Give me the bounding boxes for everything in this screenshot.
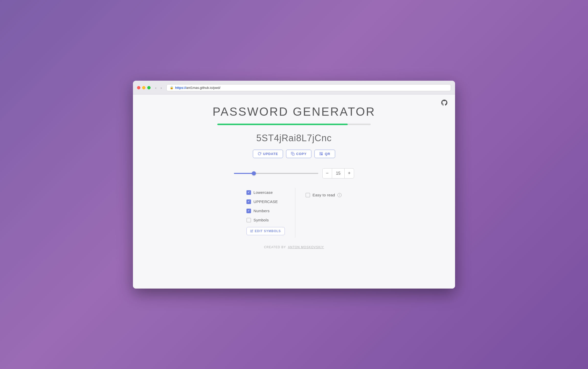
forward-button[interactable]: › — [159, 85, 163, 90]
uppercase-checkbox[interactable] — [246, 199, 251, 204]
github-icon[interactable] — [441, 100, 447, 107]
qr-icon — [319, 152, 323, 156]
update-icon — [258, 152, 261, 156]
numbers-option[interactable]: Numbers — [246, 209, 285, 213]
numbers-label: Numbers — [254, 209, 270, 213]
easy-to-read-option[interactable]: Easy to read i — [306, 190, 342, 197]
browser-chrome: ‹ › 🔒 https://ant1mas.github.io/pwd/ — [133, 81, 455, 94]
traffic-lights — [137, 86, 151, 89]
info-icon[interactable]: i — [337, 193, 342, 197]
strength-bar-container — [138, 124, 450, 125]
options-section: Lowercase UPPERCASE Numbers Symbols — [138, 188, 450, 238]
page-title: PASSWORD GENERATOR — [138, 105, 450, 118]
svg-rect-1 — [320, 152, 321, 153]
svg-rect-4 — [322, 154, 322, 154]
options-left: Lowercase UPPERCASE Numbers Symbols — [241, 188, 295, 238]
back-button[interactable]: ‹ — [154, 85, 158, 90]
svg-rect-0 — [292, 153, 294, 155]
qr-button[interactable]: QR — [314, 150, 335, 158]
numbers-checkbox[interactable] — [246, 209, 251, 213]
options-right: Easy to read i — [295, 188, 347, 238]
copy-icon — [291, 152, 295, 156]
svg-rect-6 — [322, 155, 322, 155]
svg-rect-5 — [322, 154, 323, 154]
page-content: PASSWORD GENERATOR 5ST4jRai8L7jCnc UPDAT… — [133, 94, 455, 289]
action-buttons: UPDATE COPY QR — [138, 150, 450, 158]
pencil-icon — [250, 230, 253, 232]
decrement-button[interactable]: − — [323, 169, 332, 178]
footer: CREATED BY ANTON MOSKOVSKIY — [138, 245, 450, 252]
svg-rect-2 — [322, 152, 323, 153]
symbols-checkbox[interactable] — [246, 218, 251, 222]
easy-to-read-checkbox[interactable] — [306, 193, 310, 197]
lowercase-checkbox[interactable] — [246, 190, 251, 195]
close-button[interactable] — [137, 86, 140, 89]
author-link[interactable]: ANTON MOSKOVSKIY — [288, 245, 324, 249]
uppercase-option[interactable]: UPPERCASE — [246, 199, 285, 204]
strength-bar — [217, 124, 371, 125]
symbols-label: Symbols — [254, 218, 269, 222]
minimize-button[interactable] — [142, 86, 145, 89]
svg-rect-3 — [320, 154, 321, 155]
maximize-button[interactable] — [147, 86, 151, 89]
browser-window: ‹ › 🔒 https://ant1mas.github.io/pwd/ PAS… — [133, 81, 455, 289]
update-button[interactable]: UPDATE — [253, 150, 283, 158]
lowercase-label: Lowercase — [254, 190, 273, 195]
increment-button[interactable]: + — [345, 169, 354, 178]
uppercase-label: UPPERCASE — [254, 199, 278, 204]
edit-symbols-button[interactable]: EDIT SYMBOLS — [246, 227, 285, 235]
copy-button[interactable]: COPY — [286, 150, 312, 158]
length-stepper: − 15 + — [322, 168, 354, 178]
easy-to-read-label: Easy to read — [313, 193, 335, 197]
svg-rect-7 — [322, 155, 323, 155]
slider-section: − 15 + — [138, 168, 450, 178]
symbols-option[interactable]: Symbols — [246, 218, 285, 222]
password-display: 5ST4jRai8L7jCnc — [138, 133, 450, 144]
lowercase-option[interactable]: Lowercase — [246, 190, 285, 195]
strength-fill — [217, 124, 348, 125]
url-prefix: https://ant1mas.github.io/pwd/ — [175, 86, 220, 90]
length-value: 15 — [332, 169, 345, 178]
address-bar[interactable]: 🔒 https://ant1mas.github.io/pwd/ — [166, 84, 451, 91]
lock-icon: 🔒 — [170, 86, 174, 89]
length-slider[interactable] — [234, 173, 318, 174]
nav-buttons: ‹ › — [154, 85, 163, 90]
